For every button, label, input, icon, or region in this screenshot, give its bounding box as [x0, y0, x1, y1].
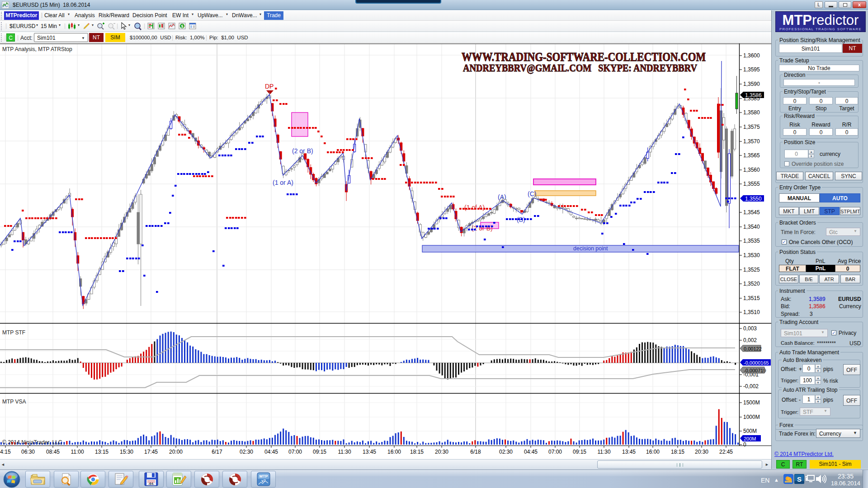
svg-text:1000M: 1000M: [743, 414, 760, 420]
svg-text:MTP VSA: MTP VSA: [2, 399, 26, 405]
svg-text:1,3580: 1,3580: [743, 109, 760, 116]
svg-text:(1 of A): (1 of A): [464, 204, 485, 211]
svg-text:DP: DP: [265, 83, 274, 90]
svg-text:15:30: 15:30: [120, 449, 133, 455]
svg-text:07:00: 07:00: [548, 449, 562, 455]
svg-text:09:15: 09:15: [313, 449, 326, 455]
svg-text:04:45: 04:45: [264, 449, 278, 455]
svg-text:13:15: 13:15: [95, 449, 108, 455]
svg-text:16:00: 16:00: [646, 449, 660, 455]
svg-text:1,3525: 1,3525: [743, 267, 760, 273]
svg-text:-0,002: -0,002: [743, 383, 759, 389]
svg-text:06:30: 06:30: [21, 449, 35, 455]
svg-text:0,00122: 0,00122: [744, 346, 762, 352]
svg-text:18:15: 18:15: [671, 449, 684, 455]
svg-text:0,003: 0,003: [743, 325, 757, 332]
svg-text:1,3570: 1,3570: [743, 138, 760, 145]
svg-text:1,3520: 1,3520: [743, 281, 760, 287]
svg-text:1500M: 1500M: [743, 399, 760, 406]
svg-text:08:45: 08:45: [46, 449, 60, 455]
svg-text:20:00: 20:00: [169, 449, 183, 455]
svg-text:6/18: 6/18: [470, 449, 481, 455]
svg-text:09:15: 09:15: [573, 449, 586, 455]
svg-text:1,3510: 1,3510: [743, 309, 760, 315]
svg-text:02:30: 02:30: [499, 449, 513, 455]
svg-text:S: S: [797, 475, 802, 483]
svg-text:13:45: 13:45: [363, 449, 376, 455]
svg-text:1,3555: 1,3555: [743, 181, 760, 187]
svg-text:1,3515: 1,3515: [743, 295, 760, 301]
svg-text:1,3545: 1,3545: [743, 209, 760, 216]
svg-text:1,3530: 1,3530: [743, 252, 760, 258]
svg-text:11:30: 11:30: [338, 449, 351, 455]
svg-text:07:00: 07:00: [288, 449, 302, 455]
svg-text:11:30: 11:30: [597, 449, 610, 455]
svg-text:16:00: 16:00: [387, 449, 401, 455]
svg-text:1,3590: 1,3590: [743, 81, 760, 87]
svg-text:1,3565: 1,3565: [743, 152, 760, 159]
svg-text:22:45: 22:45: [719, 449, 733, 455]
svg-text:WWW.TRADING-SOFTWARE-COLLECTIO: WWW.TRADING-SOFTWARE-COLLECTION.COM: [462, 50, 706, 64]
svg-text:decision point: decision point: [573, 245, 608, 252]
svg-text:-64-: -64-: [148, 482, 155, 486]
svg-text:20:30: 20:30: [695, 449, 708, 455]
svg-text:(1 or A): (1 or A): [273, 179, 293, 186]
svg-text:13:45: 13:45: [622, 449, 636, 455]
svg-text:1,3535: 1,3535: [743, 238, 760, 244]
svg-text:04:45: 04:45: [524, 449, 538, 455]
svg-text:MTP: MTP: [259, 474, 268, 479]
svg-text:1,3540: 1,3540: [743, 224, 760, 230]
svg-text:© 2014 NinjaTrader, LLC: © 2014 NinjaTrader, LLC: [2, 439, 62, 446]
svg-text:6/17: 6/17: [212, 449, 222, 455]
svg-text:-0,0000165: -0,0000165: [744, 360, 769, 366]
svg-text:500M: 500M: [743, 428, 757, 434]
svg-text:MTP Analysis, MTP ATRStop: MTP Analysis, MTP ATRStop: [2, 46, 72, 52]
svg-text:200M: 200M: [744, 436, 756, 441]
svg-text:0,002: 0,002: [743, 337, 757, 343]
svg-text:4:15: 4:15: [0, 449, 11, 455]
svg-text:-0,000719: -0,000719: [744, 368, 766, 373]
svg-text:17:45: 17:45: [144, 449, 158, 455]
svg-text:1,3560: 1,3560: [743, 167, 760, 173]
svg-text:1,3575: 1,3575: [743, 124, 760, 130]
svg-text:18:15: 18:15: [410, 449, 424, 455]
svg-text:1,3586: 1,3586: [745, 92, 762, 99]
svg-text:0: 0: [743, 441, 746, 448]
svg-text:MTP STF: MTP STF: [2, 329, 25, 336]
svg-text:02:30: 02:30: [240, 449, 253, 455]
svg-text:11:00: 11:00: [71, 449, 84, 455]
svg-text:1,3600: 1,3600: [743, 52, 760, 59]
svg-text:1,3595: 1,3595: [743, 66, 760, 73]
svg-text:$: $: [181, 24, 183, 28]
svg-text:1,3550: 1,3550: [745, 196, 762, 202]
svg-text:20:30: 20:30: [435, 449, 448, 455]
svg-text:ANDREYBBRV@GMAIL.COM SKYPE:: ANDREYBBRV@GMAIL.COM SKYPE: ANDREYBBRV: [463, 62, 697, 74]
